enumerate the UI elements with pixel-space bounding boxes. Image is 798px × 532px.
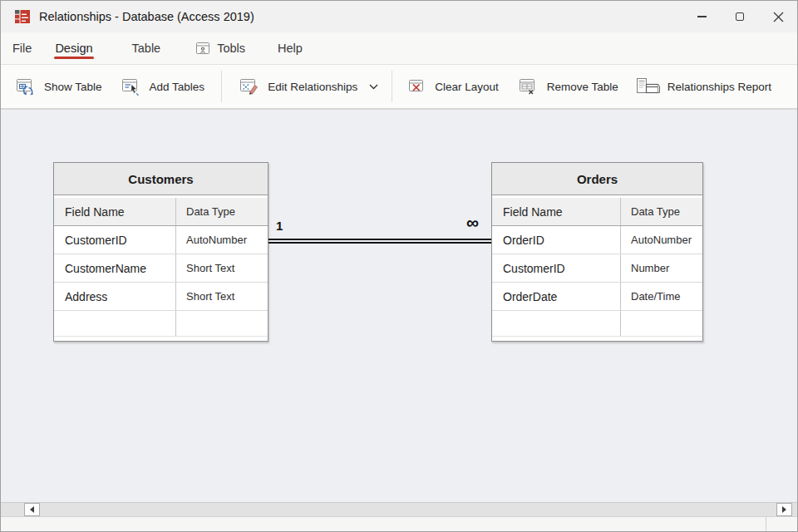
relationships-canvas[interactable]: Customers Field Name Data Type CustomerI… [1, 110, 797, 502]
window-title: Relationships - Database (Access 2019) [39, 10, 254, 23]
table-title: Orders [492, 163, 702, 195]
data-type-cell: Date/Time [621, 290, 702, 303]
toolbar-separator [221, 71, 222, 102]
show-table-icon [16, 76, 37, 96]
remove-table-button[interactable]: Remove Table [519, 76, 618, 96]
menu-label: Help [278, 42, 303, 55]
scroll-left-button[interactable] [24, 503, 40, 516]
close-icon [773, 12, 784, 22]
data-type-cell: Number [621, 262, 702, 274]
table-footer [54, 337, 268, 341]
menu-label: Tobls [217, 42, 245, 55]
scroll-left-icon [30, 506, 34, 513]
toolbar-label: Clear Layout [435, 81, 499, 93]
relationship-many-label: ∞ [466, 213, 478, 233]
field-name-cell: OrderDate [492, 283, 621, 310]
column-header-data-type: Data Type [621, 205, 702, 218]
table-row[interactable]: Address Short Text [54, 283, 268, 311]
column-header-data-type: Data Type [176, 205, 268, 218]
table-row-empty[interactable] [492, 311, 702, 337]
menu-item-tools[interactable]: Tobls [195, 32, 245, 64]
table-row-empty[interactable] [54, 311, 268, 337]
statusbar-divider [766, 517, 766, 531]
clear-layout-icon [408, 76, 428, 96]
statusbar [1, 516, 797, 531]
menu-item-table[interactable]: Table [132, 32, 161, 64]
toolbar-label: Relationships Report [667, 81, 771, 93]
field-name-cell: CustomerName [54, 254, 176, 282]
app-window: Relationships - Database (Access 2019) F… [0, 0, 798, 532]
table-footer [492, 337, 702, 341]
menu-label: Table [132, 42, 161, 55]
toolbar-label: Remove Table [547, 81, 618, 93]
table-row[interactable]: OrderDate Date/Time [492, 283, 702, 311]
table-row[interactable]: CustomerID AutoNumber [54, 226, 268, 254]
menu-label: Design [55, 42, 92, 55]
table-title: Customers [54, 163, 268, 195]
remove-table-icon [519, 76, 540, 96]
menu-label: File [12, 42, 32, 55]
horizontal-scrollbar[interactable] [1, 502, 797, 516]
add-tables-icon [121, 76, 143, 96]
table-row[interactable]: OrderID AutoNumber [492, 226, 702, 254]
minimize-icon [697, 16, 707, 17]
access-app-icon [14, 8, 31, 25]
maximize-icon [736, 12, 744, 21]
close-button[interactable] [759, 1, 797, 32]
titlebar: Relationships - Database (Access 2019) [1, 1, 797, 32]
data-type-cell: AutoNumber [621, 234, 702, 246]
toolbar-label: Add Tables [150, 81, 205, 93]
toolbar-separator [392, 71, 392, 102]
menu-item-design[interactable]: Design [55, 32, 92, 64]
clear-layout-button[interactable]: Clear Layout [408, 76, 499, 96]
edit-relationships-button[interactable]: Edit Relationships [239, 76, 378, 96]
menu-item-file[interactable]: File [12, 32, 32, 64]
tools-window-icon [195, 41, 211, 56]
table-orders[interactable]: Orders Field Name Data Type OrderID Auto… [491, 162, 703, 342]
field-name-cell: Address [54, 283, 176, 310]
window-controls [682, 1, 797, 32]
column-header-field-name: Field Name [54, 198, 176, 225]
toolbar-label: Edit Relationships [268, 81, 357, 93]
toolbar: Show Table Add Tables Ed [1, 65, 797, 110]
table-customers[interactable]: Customers Field Name Data Type CustomerI… [53, 162, 268, 342]
data-type-cell: AutoNumber [176, 234, 268, 246]
menu-item-help[interactable]: Help [278, 32, 303, 64]
menubar: File Design Table Tobls Help [1, 32, 797, 65]
active-tab-underline [54, 57, 93, 59]
maximize-button[interactable] [721, 1, 759, 32]
table-row[interactable]: CustomerID Number [492, 254, 702, 283]
toolbar-label: Show Table [44, 81, 102, 93]
table-header-row: Field Name Data Type [54, 198, 268, 226]
relationships-report-button[interactable]: Relationships Report [636, 76, 771, 96]
table-header-row: Field Name Data Type [492, 198, 702, 226]
field-name-cell [54, 311, 176, 336]
data-type-cell: Short Text [176, 290, 268, 303]
relationship-line[interactable] [268, 239, 491, 244]
scroll-right-button[interactable] [776, 503, 792, 516]
edit-relationships-icon [239, 76, 261, 96]
field-name-cell [492, 311, 621, 336]
chevron-down-icon [369, 84, 378, 90]
field-name-cell: CustomerID [54, 226, 176, 254]
field-name-cell: OrderID [492, 226, 621, 254]
data-type-cell: Short Text [176, 262, 268, 274]
table-row[interactable]: CustomerName Short Text [54, 254, 268, 283]
show-table-button[interactable]: Show Table [16, 76, 102, 96]
relationship-one-label: 1 [276, 219, 283, 233]
scroll-right-icon [782, 506, 786, 513]
column-header-field-name: Field Name [492, 198, 621, 225]
field-name-cell: CustomerID [492, 254, 621, 282]
relationships-report-icon [636, 76, 661, 96]
add-tables-button[interactable]: Add Tables [121, 76, 205, 96]
minimize-button[interactable] [682, 1, 721, 32]
